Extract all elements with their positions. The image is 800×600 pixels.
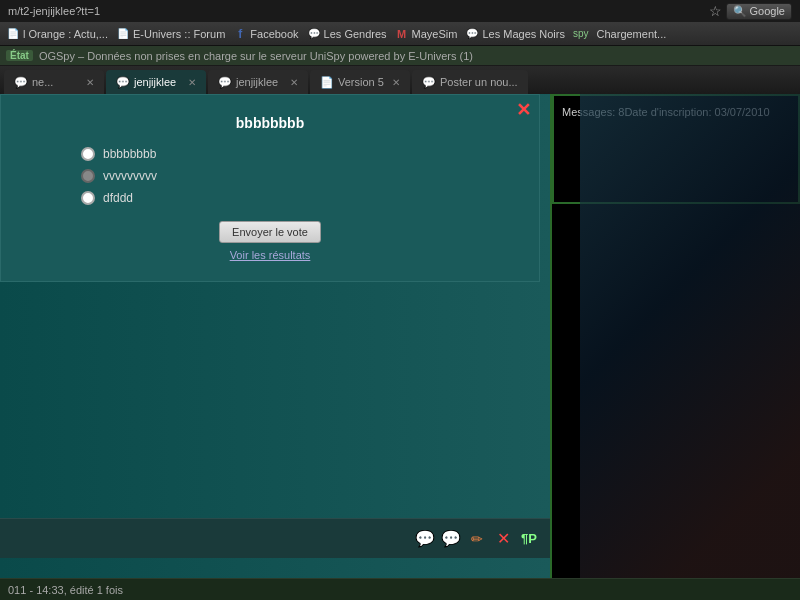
ip-button[interactable]: ¶P xyxy=(518,528,540,550)
poll-option-label: vvvvvvvvv xyxy=(103,169,157,183)
chat-icon: 💬 xyxy=(307,27,321,41)
status-label: État xyxy=(6,50,33,61)
results-link[interactable]: Voir les résultats xyxy=(230,249,311,261)
poll-option-1[interactable]: bbbbbbbb xyxy=(81,147,519,161)
facebook-icon: f xyxy=(233,27,247,41)
tabs-bar: 💬 ne... ✕ 💬 jenjijklee ✕ 💬 jenjijklee ✕ … xyxy=(0,66,800,94)
poll-actions: Envoyer le vote Voir les résultats xyxy=(21,221,519,261)
tab-icon: 💬 xyxy=(218,76,232,89)
page-icon: 📄 xyxy=(116,27,130,41)
footer-text: 011 - 14:33, édité 1 fois xyxy=(8,584,123,596)
radio-button-3[interactable] xyxy=(81,191,95,205)
spy-label: spy xyxy=(573,28,589,39)
bookmark-label: Facebook xyxy=(250,28,298,40)
bookmark-item[interactable]: 📄 l Orange : Actu,... xyxy=(6,27,108,41)
footer-bar: 011 - 14:33, édité 1 fois xyxy=(0,578,800,600)
bookmark-mayesim[interactable]: M MayeSim xyxy=(395,27,458,41)
left-panel: ✕ bbbbbbbb bbbbbbbb vvvvvvvvv dfddd Envo… xyxy=(0,94,550,600)
tab-label: ne... xyxy=(32,76,53,88)
mayesim-icon: M xyxy=(395,27,409,41)
edit-button[interactable]: ✏ xyxy=(466,528,488,550)
bookmark-loading[interactable]: Chargement... xyxy=(597,28,667,40)
poll-modal: ✕ bbbbbbbb bbbbbbbb vvvvvvvvv dfddd Envo… xyxy=(0,94,540,282)
google-search-icon: 🔍 xyxy=(733,5,747,18)
poll-options: bbbbbbbb vvvvvvvvv dfddd xyxy=(81,147,519,205)
tab-icon: 💬 xyxy=(14,76,28,89)
quote-button[interactable]: 💬 xyxy=(414,528,436,550)
google-label: Google xyxy=(750,5,785,17)
bookmark-spy[interactable]: spy xyxy=(573,28,589,39)
vote-button[interactable]: Envoyer le vote xyxy=(219,221,321,243)
delete-icon: ✕ xyxy=(497,529,510,548)
tab-close-icon[interactable]: ✕ xyxy=(86,77,94,88)
search-area: ☆ 🔍 Google xyxy=(709,3,792,20)
tab-jenjijklee-2[interactable]: 💬 jenjijklee ✕ xyxy=(208,70,308,94)
tab-icon: 📄 xyxy=(320,76,334,89)
tab-label: Poster un nou... xyxy=(440,76,518,88)
poll-option-3[interactable]: dfddd xyxy=(81,191,519,205)
status-bar: État OGSpy – Données non prises en charg… xyxy=(0,46,800,66)
reply-icon: 💬 xyxy=(441,529,461,548)
radio-button-1[interactable] xyxy=(81,147,95,161)
action-bar: 💬 💬 ✏ ✕ ¶P xyxy=(0,518,550,558)
bookmark-facebook[interactable]: f Facebook xyxy=(233,27,298,41)
tab-jenjijklee-active[interactable]: 💬 jenjijklee ✕ xyxy=(106,70,206,94)
tab-label: jenjijklee xyxy=(134,76,176,88)
poll-option-label: bbbbbbbb xyxy=(103,147,156,161)
poll-option-label: dfddd xyxy=(103,191,133,205)
radio-button-2[interactable] xyxy=(81,169,95,183)
reply-button[interactable]: 💬 xyxy=(440,528,462,550)
bookmark-item[interactable]: 📄 E-Univers :: Forum xyxy=(116,27,225,41)
tab-close-icon[interactable]: ✕ xyxy=(290,77,298,88)
bookmark-item[interactable]: 💬 Les Gendres xyxy=(307,27,387,41)
page-icon: 📄 xyxy=(6,27,20,41)
edit-icon: ✏ xyxy=(471,531,483,547)
quote-icon: 💬 xyxy=(415,529,435,548)
ip-icon: ¶P xyxy=(521,531,537,546)
tab-label: Version 5 xyxy=(338,76,384,88)
right-bg xyxy=(580,94,800,600)
tab-close-icon[interactable]: ✕ xyxy=(188,77,196,88)
poll-title: bbbbbbbb xyxy=(21,115,519,131)
tab-poster[interactable]: 💬 Poster un nou... xyxy=(412,70,528,94)
bookmark-star-icon[interactable]: ☆ xyxy=(709,3,722,19)
tab-icon: 💬 xyxy=(116,76,130,89)
bookmark-label: Les Mages Noirs xyxy=(482,28,565,40)
bookmark-label: MayeSim xyxy=(412,28,458,40)
poll-option-2[interactable]: vvvvvvvvv xyxy=(81,169,519,183)
status-text: OGSpy – Données non prises en charge sur… xyxy=(39,50,473,62)
bookmark-label: Les Gendres xyxy=(324,28,387,40)
bookmarks-bar: 📄 l Orange : Actu,... 📄 E-Univers :: For… xyxy=(0,22,800,46)
right-panel: Messages: 8Date d'inscription: 03/07/201… xyxy=(550,94,800,600)
main-content: ✕ bbbbbbbb bbbbbbbb vvvvvvvvv dfddd Envo… xyxy=(0,94,800,600)
delete-button[interactable]: ✕ xyxy=(492,528,514,550)
poll-close-button[interactable]: ✕ xyxy=(516,99,531,121)
tab-label: jenjijklee xyxy=(236,76,278,88)
tab-first[interactable]: 💬 ne... ✕ xyxy=(4,70,104,94)
loading-label: Chargement... xyxy=(597,28,667,40)
address-bar: m/t2-jenjijklee?tt=1 ☆ 🔍 Google xyxy=(0,0,800,22)
google-search-box[interactable]: 🔍 Google xyxy=(726,3,792,20)
bookmark-label: E-Univers :: Forum xyxy=(133,28,225,40)
bookmark-item[interactable]: 💬 Les Mages Noirs xyxy=(465,27,565,41)
tab-close-icon[interactable]: ✕ xyxy=(392,77,400,88)
bookmark-label: l Orange : Actu,... xyxy=(23,28,108,40)
url-display[interactable]: m/t2-jenjijklee?tt=1 xyxy=(8,5,709,17)
chat-icon: 💬 xyxy=(465,27,479,41)
tab-version5[interactable]: 📄 Version 5 ✕ xyxy=(310,70,410,94)
tab-icon: 💬 xyxy=(422,76,436,89)
